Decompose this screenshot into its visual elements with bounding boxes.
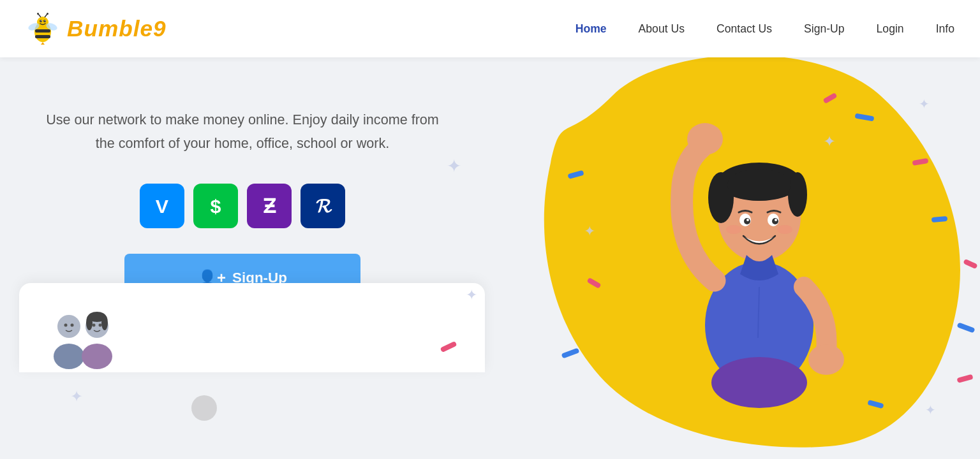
svg-point-26 [93, 324, 96, 327]
svg-text:✦: ✦ [584, 223, 595, 239]
svg-point-6 [41, 20, 41, 20]
svg-point-9 [37, 13, 39, 15]
svg-rect-34 [956, 322, 975, 333]
nav-info[interactable]: Info [936, 22, 954, 36]
main-section: ✦ ✦ ✦ Use our network to make money onli… [0, 57, 980, 459]
svg-text:✦: ✦ [919, 97, 930, 111]
svg-point-62 [687, 123, 723, 155]
svg-rect-35 [561, 347, 579, 358]
nav-login[interactable]: Login [877, 22, 904, 36]
svg-text:✦: ✦ [823, 133, 836, 150]
right-illustration: ✦ ✦ ✦ ✦ [485, 57, 980, 459]
left-content: ✦ ✦ ✦ Use our network to make money onli… [0, 57, 485, 372]
svg-text:✦: ✦ [70, 388, 83, 405]
svg-point-25 [82, 344, 112, 369]
bee-logo-icon [26, 11, 61, 47]
svg-point-23 [71, 324, 74, 327]
svg-point-47 [711, 357, 807, 408]
svg-point-60 [726, 225, 741, 234]
nav-home[interactable]: Home [575, 22, 607, 36]
svg-point-53 [727, 169, 791, 201]
svg-rect-2 [35, 35, 50, 38]
svg-marker-14 [41, 42, 45, 45]
cashapp-icon: $ [193, 184, 238, 228]
svg-point-63 [808, 344, 844, 375]
nav-signup[interactable]: Sign-Up [804, 22, 845, 36]
venmo-icon: V [140, 184, 184, 228]
svg-point-20 [57, 315, 80, 338]
users-avatar-icon [45, 309, 121, 372]
svg-text:✦: ✦ [447, 156, 461, 176]
svg-text:✦: ✦ [925, 403, 936, 417]
svg-point-30 [101, 315, 108, 330]
svg-point-27 [99, 324, 102, 327]
svg-point-61 [777, 225, 792, 234]
svg-line-8 [38, 14, 41, 17]
payment-icons-row: V $ Ƶ 𝓡 [38, 184, 447, 228]
svg-point-18 [191, 395, 217, 421]
svg-point-4 [40, 20, 42, 22]
svg-point-7 [45, 20, 45, 20]
zelle-icon: Ƶ [247, 184, 292, 228]
svg-point-52 [788, 172, 807, 217]
header: Bumble9 Home About Us Contact Us Sign-Up… [0, 0, 980, 57]
svg-point-21 [54, 344, 84, 369]
logo: Bumble9 [26, 11, 167, 47]
svg-line-10 [45, 14, 47, 17]
svg-point-29 [86, 315, 93, 330]
svg-point-58 [746, 219, 749, 221]
svg-point-59 [775, 219, 777, 221]
nav-contact[interactable]: Contact Us [716, 22, 772, 36]
svg-rect-39 [963, 259, 977, 270]
main-nav: Home About Us Contact Us Sign-Up Login I… [575, 22, 954, 36]
nav-about[interactable]: About Us [639, 22, 685, 36]
hero-tagline: Use our network to make money online. En… [38, 108, 447, 155]
logo-text: Bumble9 [67, 16, 167, 41]
hero-illustration: ✦ ✦ ✦ ✦ [485, 57, 980, 459]
bottom-card [19, 283, 485, 372]
svg-point-5 [43, 20, 46, 22]
svg-rect-1 [35, 29, 50, 33]
svg-point-22 [64, 324, 68, 327]
paypal-icon: 𝓡 [301, 184, 345, 228]
svg-rect-40 [956, 374, 973, 383]
svg-point-11 [47, 13, 48, 15]
